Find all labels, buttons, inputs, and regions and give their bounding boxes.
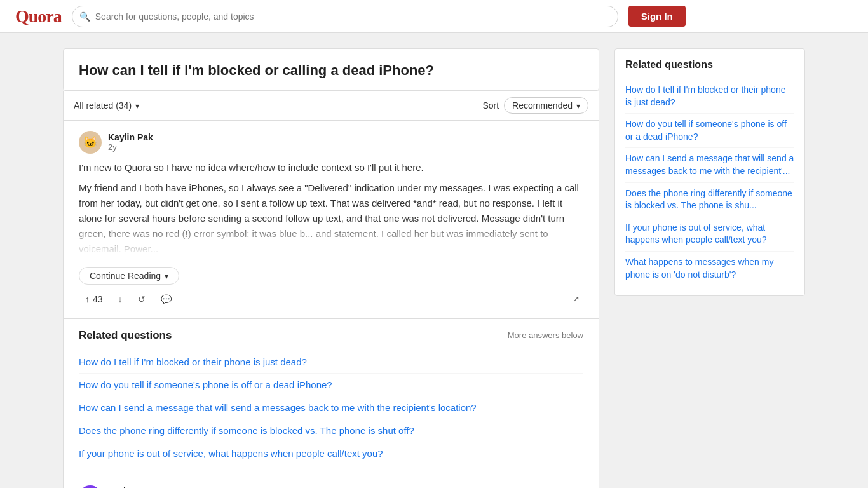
search-icon: 🔍	[79, 11, 90, 22]
answer-para-2: My friend and I both have iPhones, so I …	[79, 180, 583, 257]
related-inline-header: Related questions More answers below	[79, 329, 583, 342]
author-time: 2y	[108, 142, 153, 152]
more-answers-label: More answers below	[508, 330, 583, 340]
signin-button[interactable]: Sign In	[628, 6, 686, 27]
continue-reading-button[interactable]: Continue Reading	[79, 267, 179, 285]
upvote-count: 43	[93, 294, 103, 304]
answer-text-wrap: I'm new to Quora so I have no idea where…	[79, 160, 583, 257]
page-container: How can I tell if I'm blocked or calling…	[53, 33, 815, 488]
downvote-icon: ↓	[118, 294, 123, 304]
related-inline: Related questions More answers below How…	[63, 319, 599, 475]
chevron-down-icon	[576, 100, 580, 111]
related-link-2[interactable]: How do you tell if someone's phone is of…	[79, 374, 583, 396]
comment-button[interactable]: 💬	[154, 290, 178, 308]
related-link-1[interactable]: How do I tell if I'm blocked or their ph…	[79, 351, 583, 374]
answer2-author: J Joshua Mayer I own an iPhone SE · Auth…	[79, 485, 583, 488]
filters-bar: All related (34) Sort Recommended	[63, 91, 599, 121]
upvote-icon: ↑	[85, 294, 90, 304]
search-wrapper: 🔍	[72, 6, 618, 27]
answer-para-1: I'm new to Quora so I have no idea where…	[79, 160, 583, 175]
author2-info: Joshua Mayer I own an iPhone SE · Author…	[108, 486, 384, 489]
question-title: How can I tell if I'm blocked or calling…	[79, 62, 583, 80]
sidebar-link-3[interactable]: How can I send a message that will send …	[625, 148, 794, 182]
sort-area: Sort Recommended	[482, 97, 588, 114]
sidebar-link-2[interactable]: How do you tell if someone's phone is of…	[625, 114, 794, 148]
answer-card-1: 🐱 Kaylin Pak 2y I'm new to Quora so I ha…	[63, 121, 599, 319]
sidebar: Related questions How do I tell if I'm b…	[614, 48, 805, 296]
retry-button[interactable]: ↺	[132, 290, 152, 308]
share-icon: ↗	[573, 294, 580, 304]
answer-card-2: J Joshua Mayer I own an iPhone SE · Auth…	[63, 475, 599, 488]
upvote-button[interactable]: ↑ 43	[79, 290, 109, 308]
answer-text: I'm new to Quora so I have no idea where…	[79, 160, 583, 257]
avatar-2: J	[79, 485, 102, 488]
sidebar-title: Related questions	[625, 59, 794, 71]
sidebar-link-5[interactable]: If your phone is out of service, what ha…	[625, 217, 794, 252]
recommended-label: Recommended	[512, 100, 573, 111]
all-related-filter[interactable]: All related (34)	[74, 100, 139, 111]
search-input[interactable]	[72, 6, 618, 27]
author-info: Kaylin Pak 2y	[108, 132, 153, 152]
downvote-button[interactable]: ↓	[112, 290, 129, 308]
header: Quora 🔍 Sign In	[0, 0, 868, 33]
retry-icon: ↺	[138, 294, 146, 304]
sort-label: Sort	[482, 100, 499, 111]
related-link-4[interactable]: Does the phone ring differently if someo…	[79, 419, 583, 442]
chevron-down-icon	[135, 100, 139, 111]
sidebar-card: Related questions How do I tell if I'm b…	[614, 48, 805, 296]
sidebar-link-6[interactable]: What happens to messages when my phone i…	[625, 252, 794, 285]
sidebar-link-4[interactable]: Does the phone ring differently if someo…	[625, 183, 794, 217]
all-related-label: All related (34)	[74, 100, 132, 111]
main-content: How can I tell if I'm blocked or calling…	[63, 48, 599, 488]
sort-dropdown[interactable]: Recommended	[504, 97, 588, 114]
share-button[interactable]: ↗	[569, 290, 583, 308]
comment-icon: 💬	[161, 294, 172, 304]
related-link-3[interactable]: How can I send a message that will send …	[79, 396, 583, 419]
quora-logo[interactable]: Quora	[15, 6, 62, 27]
author-name[interactable]: Kaylin Pak	[108, 132, 153, 142]
author2-name[interactable]: Joshua Mayer	[108, 486, 384, 489]
sidebar-link-1[interactable]: How do I tell if I'm blocked or their ph…	[625, 79, 794, 114]
related-link-5[interactable]: If your phone is out of service, what ha…	[79, 442, 583, 464]
question-card: How can I tell if I'm blocked or calling…	[63, 48, 599, 91]
continue-reading-label: Continue Reading	[90, 271, 161, 281]
avatar: 🐱	[79, 131, 102, 154]
answer-actions: ↑ 43 ↓ ↺ 💬 ↗	[79, 285, 583, 308]
answer-author: 🐱 Kaylin Pak 2y	[79, 131, 583, 154]
related-inline-title: Related questions	[79, 329, 172, 342]
chevron-down-icon	[165, 271, 168, 281]
